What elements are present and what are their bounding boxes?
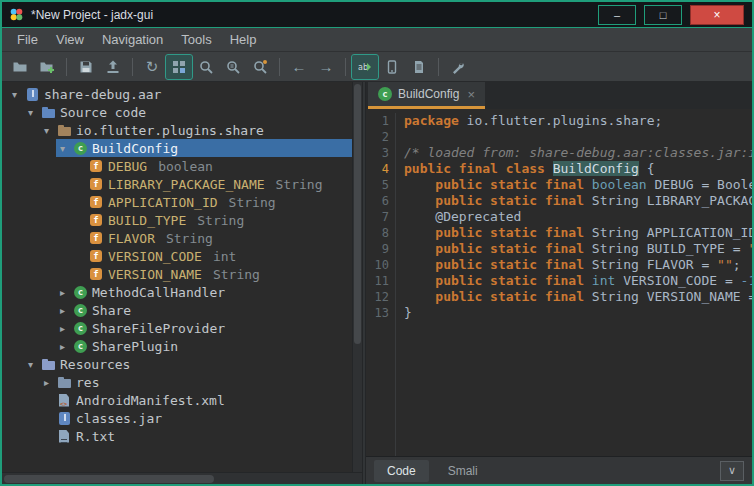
log-viewer-icon xyxy=(411,59,427,75)
back-icon: ← xyxy=(292,59,307,74)
tab-close-icon[interactable]: × xyxy=(467,87,475,102)
search-button[interactable] xyxy=(193,55,219,79)
expand-icon[interactable]: ▸ xyxy=(56,305,69,316)
tree-item-label: classes.jar xyxy=(76,411,162,426)
search-text-icon xyxy=(225,59,241,75)
scrollbar-thumb[interactable] xyxy=(4,475,214,483)
collapse-icon[interactable]: ▾ xyxy=(8,89,21,100)
minimize-button[interactable]: – xyxy=(598,5,636,25)
find-usage-button[interactable] xyxy=(247,55,273,79)
member-type-label: String xyxy=(213,267,260,282)
line-number: 4 xyxy=(366,161,389,177)
flat-packages-button[interactable] xyxy=(166,55,192,79)
tree-row[interactable]: ▸ShareFileProvider xyxy=(2,319,362,337)
editor-bottom-bar: CodeSmali ∨ xyxy=(366,456,752,484)
tab-list-dropdown-button[interactable]: ∨ xyxy=(720,461,744,481)
tree-row[interactable]: VERSION_CODEint xyxy=(2,247,362,265)
expand-icon[interactable]: ▸ xyxy=(56,341,69,352)
class-icon xyxy=(73,141,88,156)
collapse-icon[interactable]: ▾ xyxy=(40,125,53,136)
code-editor[interactable]: 12345678910111213 package io.flutter.plu… xyxy=(366,109,752,456)
code-area: package io.flutter.plugins.share; /* loa… xyxy=(396,113,752,456)
tree-row[interactable]: R.txt xyxy=(2,427,362,445)
add-files-button[interactable] xyxy=(34,55,60,79)
tree-row[interactable]: ▾share-debug.aar xyxy=(2,85,362,103)
reload-button[interactable]: ↻ xyxy=(139,55,165,79)
menu-item-tools[interactable]: Tools xyxy=(172,28,220,51)
tree-row[interactable]: AndroidManifest.xml xyxy=(2,391,362,409)
code-line: public static final int VERSION_CODE = -… xyxy=(404,273,752,289)
forward-icon: → xyxy=(319,59,334,74)
class-icon xyxy=(73,303,88,318)
tree-item-label: res xyxy=(76,375,99,390)
project-tree: ▾share-debug.aar▾Source code▾io.flutter.… xyxy=(2,82,362,472)
quark-button[interactable] xyxy=(379,55,405,79)
field-icon xyxy=(89,159,104,174)
tree-row[interactable]: ▾io.flutter.plugins.share xyxy=(2,121,362,139)
class-icon xyxy=(73,321,88,336)
back-button[interactable]: ← xyxy=(286,55,312,79)
class-icon xyxy=(73,339,88,354)
deobfuscation-button[interactable]: ab xyxy=(352,55,378,79)
expand-icon[interactable]: ▸ xyxy=(56,323,69,334)
menu-item-navigation[interactable]: Navigation xyxy=(93,28,172,51)
bottom-tab-smali[interactable]: Smali xyxy=(435,460,491,482)
collapse-icon[interactable]: ▾ xyxy=(24,359,37,370)
tree-row[interactable]: ▸res xyxy=(2,373,362,391)
line-number: 1 xyxy=(366,113,389,129)
open-file-button[interactable] xyxy=(7,55,33,79)
tree-row[interactable]: ▾Source code xyxy=(2,103,362,121)
tree-row[interactable]: APPLICATION_IDString xyxy=(2,193,362,211)
tree-row[interactable]: FLAVORString xyxy=(2,229,362,247)
jadx-window: *New Project - jadx-gui – □ × FileViewNa… xyxy=(0,0,754,486)
tree-vertical-scrollbar[interactable] xyxy=(352,82,362,472)
line-number: 5 xyxy=(366,177,389,193)
tree-item-label: BUILD_TYPE xyxy=(108,213,186,228)
tree-row[interactable]: ▸MethodCallHandler xyxy=(2,283,362,301)
line-number-gutter: 12345678910111213 xyxy=(366,113,396,456)
tree-row[interactable]: VERSION_NAMEString xyxy=(2,265,362,283)
bottom-tab-code[interactable]: Code xyxy=(374,460,429,482)
field-icon xyxy=(89,177,104,192)
scrollbar-thumb[interactable] xyxy=(354,84,361,344)
tree-row[interactable]: ▸Share xyxy=(2,301,362,319)
tree-row[interactable]: classes.jar xyxy=(2,409,362,427)
expand-icon[interactable]: ▸ xyxy=(56,287,69,298)
tree-item-label: BuildConfig xyxy=(92,141,178,156)
source-icon xyxy=(41,105,56,120)
save-all-button[interactable] xyxy=(73,55,99,79)
export-button[interactable] xyxy=(100,55,126,79)
search-text-button[interactable] xyxy=(220,55,246,79)
log-viewer-button[interactable] xyxy=(406,55,432,79)
code-line: public static final String VERSION_NAME … xyxy=(404,289,752,305)
class-icon xyxy=(73,285,88,300)
open-file-icon xyxy=(12,59,28,75)
tree-row[interactable]: DEBUGboolean xyxy=(2,157,362,175)
editor-panel: c BuildConfig × 12345678910111213 packag… xyxy=(366,82,752,484)
tree-horizontal-scrollbar[interactable] xyxy=(2,472,362,484)
title-bar: *New Project - jadx-gui – □ × xyxy=(2,2,752,28)
maximize-button[interactable]: □ xyxy=(644,5,682,25)
forward-button[interactable]: → xyxy=(313,55,339,79)
collapse-icon[interactable]: ▾ xyxy=(56,143,69,154)
code-line: /* loaded from: share-debug.aar:classes.… xyxy=(404,145,752,161)
preferences-button[interactable] xyxy=(445,55,471,79)
line-number: 8 xyxy=(366,225,389,241)
close-button[interactable]: × xyxy=(690,5,744,25)
expand-icon[interactable]: ▸ xyxy=(40,377,53,388)
collapse-icon[interactable]: ▾ xyxy=(24,107,37,118)
tree-item-label: FLAVOR xyxy=(108,231,155,246)
tree-row[interactable]: LIBRARY_PACKAGE_NAMEString xyxy=(2,175,362,193)
tree-row[interactable]: ▾Resources xyxy=(2,355,362,373)
tree-row[interactable]: ▸SharePlugin xyxy=(2,337,362,355)
window-controls: – □ × xyxy=(598,5,746,25)
menu-item-file[interactable]: File xyxy=(8,28,47,51)
tree-row[interactable]: BUILD_TYPEString xyxy=(2,211,362,229)
tree-item-label: Source code xyxy=(60,105,146,120)
tree-row[interactable]: ▾BuildConfig xyxy=(2,139,362,157)
tab-buildconfig[interactable]: c BuildConfig × xyxy=(368,82,485,109)
field-icon xyxy=(89,267,104,282)
menu-item-view[interactable]: View xyxy=(47,28,93,51)
line-number: 3 xyxy=(366,145,389,161)
menu-item-help[interactable]: Help xyxy=(221,28,266,51)
